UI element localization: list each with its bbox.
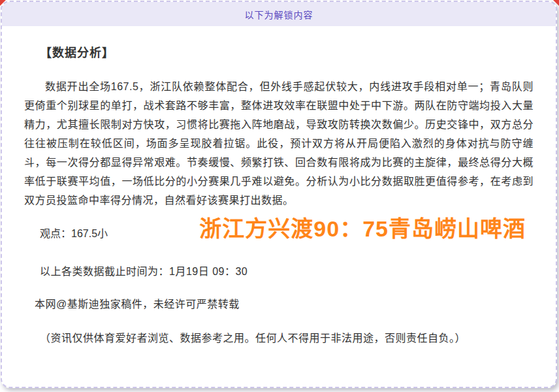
viewpoint-row: 观点：167.5小 浙江方兴渡90：75青岛崂山啤酒 — [24, 227, 534, 253]
unlock-header-label: 以下为解锁内容 — [245, 8, 313, 21]
unlock-header-bar: 以下为解锁内容 — [2, 2, 556, 26]
section-title: 【数据分析】 — [24, 43, 534, 60]
page: 以下为解锁内容 【数据分析】 数据开出全场167.5，浙江队依赖整体配合，但外线… — [0, 0, 559, 392]
disclaimer-line: （资讯仅供体育爱好者浏览、数据参考之用。任何人不得用于非法用途，否则责任自负。） — [24, 332, 534, 345]
copyright-line: 本网@基斯迪独家稿件，未经许可严禁转载 — [24, 298, 534, 311]
analysis-paragraph: 数据开出全场167.5，浙江队依赖整体配合，但外线手感起伏较大，内线进攻手段相对… — [24, 77, 534, 210]
unlocked-content-panel: 以下为解锁内容 【数据分析】 数据开出全场167.5，浙江队依赖整体配合，但外线… — [1, 1, 557, 388]
viewpoint-label: 观点：167.5小 — [40, 228, 108, 239]
corner-cut-mark-right-icon — [553, 0, 559, 6]
article-content: 【数据分析】 数据开出全场167.5，浙江队依赖整体配合，但外线手感起伏较大，内… — [2, 26, 556, 345]
score-highlight: 浙江方兴渡90：75青岛崂山啤酒 — [199, 222, 526, 235]
corner-cut-mark-left-icon — [0, 0, 6, 6]
data-cutoff-line: 以上各类数据截止时间为：1月19日 09：30 — [24, 265, 534, 278]
